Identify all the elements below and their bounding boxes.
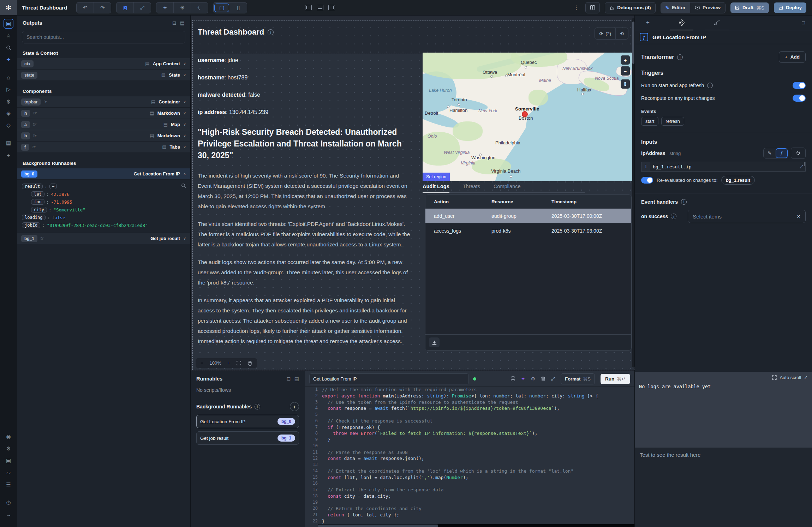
- auto-scroll-checkbox[interactable]: ✓: [804, 375, 808, 380]
- map-locate-button[interactable]: ⇧: [621, 79, 630, 89]
- rail-app-editor-icon[interactable]: ▣: [4, 19, 13, 29]
- clear-select-icon[interactable]: ✕: [796, 214, 801, 219]
- tree-key[interactable]: city: [31, 207, 47, 212]
- pan-hand-icon[interactable]: [247, 361, 252, 366]
- rail-user-icon[interactable]: ◉: [4, 432, 13, 442]
- ip-address-expression-input[interactable]: 1 bg_1.result.ip ⤢: [641, 162, 806, 172]
- tree-search-icon[interactable]: [181, 183, 186, 188]
- dependency-chip[interactable]: bg_1.result: [721, 176, 755, 185]
- expand-expression-icon[interactable]: ⤢: [800, 164, 803, 169]
- docs-panel-icon[interactable]: ▤: [180, 20, 185, 26]
- align-icon[interactable]: |0|: [117, 2, 133, 13]
- preview-tab[interactable]: Preview: [690, 2, 725, 13]
- output-row[interactable]: ctx▤App Context∨: [17, 58, 190, 69]
- eval-mode-icon[interactable]: ƒ: [776, 148, 788, 158]
- rail-star-icon[interactable]: ☆: [4, 31, 13, 41]
- format-button[interactable]: Format⌘S: [561, 373, 595, 384]
- output-row[interactable]: h☞▤Markdown∨: [17, 107, 190, 119]
- delete-icon[interactable]: [541, 376, 545, 381]
- tree-key[interactable]: lon: [31, 199, 44, 205]
- tree-key[interactable]: lat: [31, 191, 44, 197]
- rail-search-icon[interactable]: [4, 43, 13, 53]
- tree-value[interactable]: −: [49, 184, 57, 189]
- output-row[interactable]: topbar☞▤Container∨: [17, 96, 190, 107]
- chevron-up-icon[interactable]: ∧: [183, 172, 186, 176]
- toggle-right-panel-icon[interactable]: [328, 5, 335, 10]
- cache-icon[interactable]: [511, 376, 515, 382]
- settings-tab[interactable]: [674, 15, 690, 30]
- code-editor[interactable]: 1// Define the main function with the re…: [305, 387, 634, 524]
- tree-key[interactable]: jobId: [22, 222, 40, 228]
- collapse-right-panel-icon[interactable]: ⊐: [801, 20, 806, 25]
- download-icon[interactable]: [429, 337, 440, 347]
- add-background-runnable-button[interactable]: +: [290, 402, 299, 411]
- rail-resources-icon[interactable]: ◈: [4, 108, 13, 118]
- insert-component-tab[interactable]: +: [641, 15, 655, 30]
- map-zoom-out-button[interactable]: −: [621, 66, 630, 76]
- zoom-in-button[interactable]: +: [228, 360, 231, 366]
- draft-button[interactable]: Draft⌘S: [730, 2, 769, 13]
- map-component[interactable]: QuébecOttawaMontréalNew BrunswickNova Sc…: [423, 53, 633, 181]
- trigger-toggle[interactable]: [793, 82, 806, 89]
- expand-canvas-icon[interactable]: ⤢: [133, 2, 151, 13]
- docs-panel-icon[interactable]: ▤: [294, 376, 299, 382]
- collapse-panel-icon[interactable]: ⊟: [172, 20, 177, 26]
- styling-tab[interactable]: [709, 15, 725, 30]
- output-row[interactable]: state▤State∨: [17, 69, 190, 81]
- expand-editor-icon[interactable]: ⤢: [551, 376, 555, 382]
- runnable-item[interactable]: Get Location From IPbg_0: [196, 415, 299, 428]
- undo-icon[interactable]: ↶: [77, 2, 94, 13]
- toggle-left-panel-icon[interactable]: [305, 5, 312, 10]
- rail-collapse-icon[interactable]: →: [4, 509, 13, 519]
- search-outputs-input[interactable]: Search outputs...: [22, 31, 185, 43]
- rail-runs-icon[interactable]: ▷: [4, 84, 13, 94]
- editor-tab[interactable]: ✎ Editor: [661, 2, 690, 13]
- debug-runs-button[interactable]: Debug runs (4): [605, 2, 655, 13]
- more-menu-icon[interactable]: ⋮: [572, 4, 580, 11]
- output-row[interactable]: a☞▤Map∨: [17, 119, 190, 130]
- on-success-select[interactable]: Select items ✕: [688, 210, 806, 223]
- rail-magic-wand-icon[interactable]: ✦: [4, 55, 13, 65]
- ai-wand-icon[interactable]: ✦: [521, 376, 525, 382]
- tab-compliance[interactable]: Compliance: [494, 184, 521, 193]
- rail-settings-icon[interactable]: ⚙: [4, 444, 13, 454]
- map-zoom-in-button[interactable]: +: [621, 55, 630, 65]
- rail-workers-icon[interactable]: ▣: [4, 456, 13, 466]
- docs-button[interactable]: [585, 2, 600, 13]
- runnable-item[interactable]: Get job resultbg_1: [196, 431, 299, 445]
- deploy-button[interactable]: Deploy: [774, 2, 806, 13]
- refresh-button[interactable]: ⟳(2): [595, 28, 615, 39]
- event-chip-start[interactable]: start: [641, 117, 658, 126]
- reeval-toggle[interactable]: [641, 177, 653, 184]
- table-row[interactable]: access_logsprod-k8s2025-03-30T17:03:00Z: [425, 223, 631, 238]
- rail-recent-icon[interactable]: ◷: [4, 497, 13, 507]
- topbar-container-component[interactable]: Threat Dashboard i ⟳(2) ⟲: [193, 20, 634, 54]
- redo-icon[interactable]: ↷: [94, 2, 111, 13]
- bg0-output-row[interactable]: bg_0 Get Location From IP∧: [17, 168, 190, 179]
- collapse-panel-icon[interactable]: ⊟: [287, 376, 291, 382]
- zoom-out-button[interactable]: −: [201, 360, 203, 366]
- tree-key[interactable]: loading: [22, 215, 46, 220]
- rail-home-icon[interactable]: ⌂: [4, 72, 13, 82]
- rail-groups-icon[interactable]: ☰: [4, 480, 13, 490]
- history-button[interactable]: ⟲: [615, 28, 628, 39]
- column-header[interactable]: Action: [425, 199, 483, 204]
- chevron-down-icon[interactable]: ∨: [183, 236, 186, 241]
- table-row[interactable]: add_useraudit-group2025-03-30T17:00:00Z: [425, 208, 631, 223]
- markdown-component[interactable]: username: jdoehostname: host789malware d…: [198, 57, 412, 354]
- rail-variables-icon[interactable]: $: [4, 96, 13, 106]
- static-mode-icon[interactable]: ✎: [764, 148, 776, 158]
- add-transformer-button[interactable]: +Add: [779, 51, 806, 63]
- toggle-bottom-panel-icon[interactable]: [317, 5, 323, 10]
- app-canvas[interactable]: Threat Dashboard i ⟳(2) ⟲ username: jdoe…: [191, 15, 634, 371]
- desktop-view-icon[interactable]: ▢: [214, 4, 229, 12]
- column-header[interactable]: Timestamp: [543, 199, 631, 204]
- magic-wand-icon[interactable]: ✦: [156, 2, 173, 13]
- tab-threats[interactable]: Threats: [463, 184, 480, 193]
- settings-gear-icon[interactable]: ⚙: [531, 376, 535, 382]
- set-region-button[interactable]: Set region: [423, 173, 450, 181]
- map-marker[interactable]: [522, 111, 528, 117]
- event-chip-refresh[interactable]: refresh: [661, 117, 684, 126]
- expand-logs-icon[interactable]: [772, 375, 777, 380]
- rail-folders-icon[interactable]: ▱: [4, 468, 13, 478]
